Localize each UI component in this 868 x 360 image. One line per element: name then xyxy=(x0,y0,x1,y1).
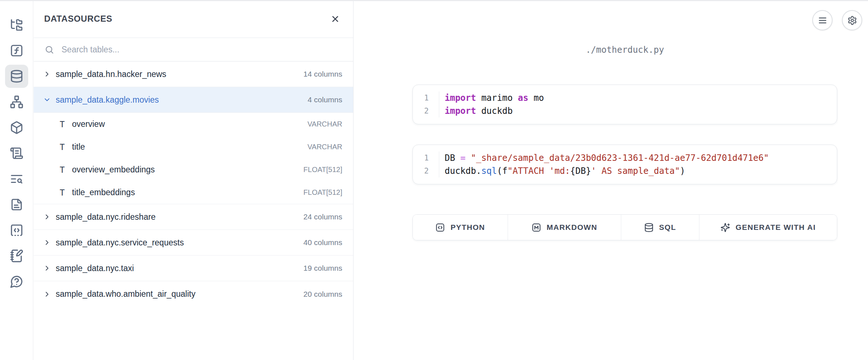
varchar-type-icon: T xyxy=(58,165,67,175)
column-type: FLOAT[512] xyxy=(304,166,342,174)
gear-icon xyxy=(847,16,857,25)
notebook-main: ./motherduck.py 1 2 import marimo as mo … xyxy=(354,0,868,360)
generate-with-ai-label: GENERATE WITH AI xyxy=(736,223,816,232)
rail-packages-button[interactable] xyxy=(5,116,28,139)
chevron-right-icon xyxy=(43,213,51,221)
rail-file-explorer-button[interactable] xyxy=(5,13,28,37)
add-markdown-cell-button[interactable]: MARKDOWN xyxy=(508,215,621,240)
chevron-right-icon xyxy=(43,264,51,272)
markdown-square-icon xyxy=(532,223,541,232)
message-question-icon xyxy=(10,275,24,288)
notebook-menu-button[interactable] xyxy=(812,10,833,30)
table-row[interactable]: sample_data.who.ambient_air_quality 20 c… xyxy=(34,281,353,307)
table-column-count: 14 columns xyxy=(304,70,342,78)
table-name: sample_data.nyc.rideshare xyxy=(56,212,156,222)
search-icon xyxy=(45,45,54,55)
rail-snippets-button[interactable] xyxy=(5,219,28,242)
code-editor[interactable]: DB = "_share/sample_data/23b0d623-1361-4… xyxy=(439,151,837,177)
expanded-columns: T overview VARCHAR T title VARCHAR T ove… xyxy=(34,113,353,204)
rail-logs-button[interactable] xyxy=(5,142,28,165)
add-python-label: PYTHON xyxy=(450,223,485,232)
table-row-selected[interactable]: sample_data.kaggle.movies 4 columns xyxy=(34,87,353,113)
close-panel-button[interactable] xyxy=(330,14,340,24)
table-name: sample_data.kaggle.movies xyxy=(56,95,159,105)
add-cell-toolbar: PYTHON MARKDOWN SQL GENERATE WITH AI xyxy=(412,214,837,240)
column-row[interactable]: T title_embeddings FLOAT[512] xyxy=(34,181,353,204)
table-search-row xyxy=(34,38,353,61)
rail-datasources-button[interactable] xyxy=(5,65,28,88)
rail-scratchpad-button[interactable] xyxy=(5,244,28,267)
window-controls xyxy=(812,10,862,30)
varchar-type-icon: T xyxy=(58,142,67,152)
table-row[interactable]: sample_data.hn.hacker_news 14 columns xyxy=(34,61,353,87)
column-name: overview_embeddings xyxy=(72,165,155,175)
chevron-right-icon xyxy=(43,290,51,298)
table-row[interactable]: sample_data.nyc.taxi 19 columns xyxy=(34,256,353,281)
top-strip xyxy=(0,0,868,1)
activity-rail xyxy=(0,0,33,360)
column-name: title xyxy=(72,142,85,152)
database-icon xyxy=(10,69,24,83)
chevron-down-icon xyxy=(43,96,51,104)
rail-dependencies-button[interactable] xyxy=(5,90,28,113)
panel-title: DATASOURCES xyxy=(44,14,112,24)
table-name: sample_data.who.ambient_air_quality xyxy=(56,289,195,299)
menu-icon xyxy=(818,16,827,25)
database-icon xyxy=(644,223,654,232)
text-search-icon xyxy=(10,172,24,186)
rail-variables-button[interactable] xyxy=(5,39,28,62)
rail-find-button[interactable] xyxy=(5,167,28,190)
rail-help-chat-button[interactable] xyxy=(5,270,28,293)
column-name: title_embeddings xyxy=(72,188,135,197)
settings-button[interactable] xyxy=(842,10,862,30)
function-square-icon xyxy=(10,44,24,57)
column-type: VARCHAR xyxy=(308,143,342,151)
column-row[interactable]: T title VARCHAR xyxy=(34,136,353,158)
table-row[interactable]: sample_data.nyc.rideshare 24 columns xyxy=(34,204,353,230)
chevron-right-icon xyxy=(43,239,51,247)
add-python-cell-button[interactable]: PYTHON xyxy=(413,215,508,240)
table-name: sample_data.hn.hacker_news xyxy=(56,69,166,79)
code-cell[interactable]: 1 2 import marimo as mo import duckdb xyxy=(412,85,837,124)
rail-documentation-button[interactable] xyxy=(5,193,28,216)
column-row[interactable]: T overview VARCHAR xyxy=(34,113,353,136)
generate-with-ai-button[interactable]: GENERATE WITH AI xyxy=(699,215,837,240)
datasources-panel: DATASOURCES sample_data.hn.hacker_news 1… xyxy=(34,0,353,360)
varchar-type-icon: T xyxy=(58,120,67,129)
file-text-icon xyxy=(10,198,24,211)
table-column-count: 40 columns xyxy=(304,238,342,247)
table-column-count: 19 columns xyxy=(304,264,342,273)
column-row[interactable]: T overview_embeddings FLOAT[512] xyxy=(34,158,353,181)
column-type: VARCHAR xyxy=(308,120,342,128)
code-cell[interactable]: 1 2 DB = "_share/sample_data/23b0d623-13… xyxy=(412,145,837,184)
code-square-icon xyxy=(435,223,445,232)
table-row[interactable]: sample_data.nyc.service_requests 40 colu… xyxy=(34,230,353,256)
add-markdown-label: MARKDOWN xyxy=(547,223,597,232)
code-editor[interactable]: import marimo as mo import duckdb xyxy=(439,91,837,117)
folder-tree-icon xyxy=(10,18,24,32)
scroll-text-icon xyxy=(10,146,24,160)
line-number: 1 xyxy=(413,151,429,164)
table-name: sample_data.nyc.taxi xyxy=(56,263,134,273)
table-column-count: 20 columns xyxy=(304,290,342,299)
code-square-dashed-icon xyxy=(10,223,24,237)
notebook-pen-icon xyxy=(10,249,24,263)
search-tables-input[interactable] xyxy=(62,45,342,55)
add-sql-label: SQL xyxy=(659,223,676,232)
table-column-count: 4 columns xyxy=(308,95,342,104)
notebook-filename: ./motherduck.py xyxy=(412,0,837,55)
varchar-type-icon: T xyxy=(58,188,67,197)
column-name: overview xyxy=(72,119,105,129)
add-sql-cell-button[interactable]: SQL xyxy=(621,215,699,240)
network-icon xyxy=(10,95,24,109)
line-number-gutter: 1 2 xyxy=(413,91,439,117)
line-number: 2 xyxy=(413,164,429,177)
table-column-count: 24 columns xyxy=(304,213,342,221)
line-number-gutter: 1 2 xyxy=(413,151,439,177)
table-name: sample_data.nyc.service_requests xyxy=(56,238,184,248)
sparkles-icon xyxy=(720,223,730,232)
panel-header: DATASOURCES xyxy=(34,0,353,38)
close-icon xyxy=(330,14,340,24)
chevron-right-icon xyxy=(43,70,51,78)
column-type: FLOAT[512] xyxy=(304,188,342,197)
